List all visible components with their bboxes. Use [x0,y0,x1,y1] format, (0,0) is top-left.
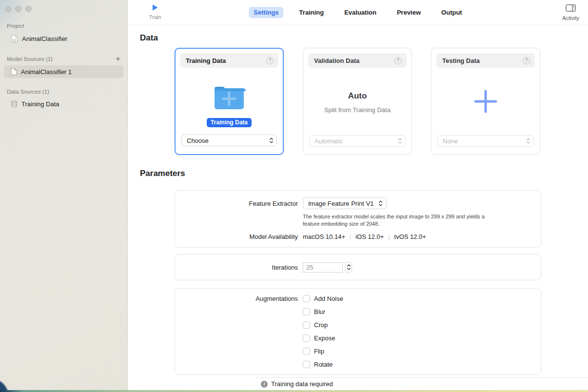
activity-button[interactable]: Activity [562,4,579,21]
testing-data-dropdown[interactable]: None [437,135,534,147]
feature-extractor-panel: Feature Extractor Image Feature Print V1… [175,190,541,248]
training-data-card[interactable]: Training Data ? Training Data [175,48,284,155]
train-button-label: Train [146,14,164,20]
chevron-up-down-icon [269,137,274,144]
augmentations-label: Augmentations [175,295,298,302]
blue-folder-add-icon [213,84,246,111]
tab-evaluation[interactable]: Evaluation [339,7,381,18]
sidebar-header-label: Model Sources (1) [7,56,53,62]
zoom-button[interactable] [25,6,32,12]
separator: | [388,234,390,240]
sidebar-item-animalclassifier[interactable]: ML AnimalClassifier [4,32,123,45]
dropdown-value: Automatic [314,137,343,145]
sidebar-item-animalclassifier-1[interactable]: AnimalClassifier 1 [4,65,123,78]
checkbox-label: Flip [314,348,324,355]
flip-checkbox[interactable] [303,348,310,355]
sidebar-section-data-sources: Data Sources (1) [0,89,127,95]
augmentation-option-rotate[interactable]: Rotate [303,361,333,368]
tab-preview[interactable]: Preview [392,7,426,18]
augmentation-option-flip[interactable]: Flip [303,348,324,355]
add-noise-checkbox[interactable] [303,295,310,302]
validation-data-card-header: Validation Data ? [308,53,407,68]
activity-button-label: Activity [562,15,579,21]
augmentations-panel: Augmentations Add Noise Blur Crop [175,288,541,375]
parameters-section-title: Parameters [140,169,588,178]
testing-data-card-header: Testing Data ? [436,53,535,68]
model-availability-values: macOS 10.14+ | iOS 12.0+ | tvOS 12.0+ [303,233,426,240]
validation-auto-info: Auto Split from Training Data [303,91,412,114]
main-content: Train Settings Training Evaluation Previ… [128,0,588,392]
checkbox-label: Crop [314,321,328,329]
checkbox-label: Blur [314,308,325,315]
database-icon [11,100,18,108]
augmentation-option-add-noise[interactable]: Add Noise [303,295,343,302]
training-data-dropdown[interactable]: Choose [181,135,277,146]
help-icon[interactable]: ? [394,57,402,64]
sidebar-item-training-data[interactable]: Training Data [4,98,123,110]
model-availability-label: Model Availability [175,233,298,240]
status-bar: i Training data required [255,377,588,390]
info-icon: i [261,381,268,388]
sidebar-header-label: Data Sources (1) [7,89,49,95]
dropdown-value: Image Feature Print V1 [308,200,373,207]
toolbar: Train Settings Training Evaluation Previ… [128,0,588,25]
iterations-input[interactable]: 25 [303,262,343,273]
checkbox-label: Rotate [314,361,333,368]
tab-training[interactable]: Training [294,7,329,18]
dropdown-value: Choose [187,137,209,144]
iterations-panel: Iterations 25 [175,254,541,280]
add-model-source-button[interactable]: + [116,57,120,61]
chevron-up-down-icon [526,137,530,144]
card-title: Testing Data [442,57,480,64]
validation-auto-subtitle: Split from Training Data [303,106,412,114]
tab-output[interactable]: Output [436,7,467,18]
expose-checkbox[interactable] [303,334,310,342]
add-plus-icon [473,89,498,114]
tab-settings[interactable]: Settings [249,7,283,18]
traffic-lights [0,0,127,12]
validation-data-card[interactable]: Validation Data ? Auto Split from Traini… [303,48,412,155]
settings-pane: Data Training Data ? [128,25,588,377]
availability-macos: macOS 10.14+ [303,233,345,240]
data-section-title: Data [140,33,588,43]
sidebar: Project ML AnimalClassifier Model Source… [0,0,128,392]
status-message: Training data required [271,380,333,388]
augmentation-option-expose[interactable]: Expose [303,334,335,342]
validation-auto-title: Auto [303,91,412,101]
chevron-up-down-icon [378,200,383,207]
card-title: Validation Data [314,57,359,64]
iterations-stepper[interactable] [345,262,352,273]
availability-ios: iOS 12.0+ [355,233,384,240]
sidebar-item-label: Training Data [21,100,59,108]
dropdown-value: None [443,137,458,145]
testing-data-drop-target[interactable] [431,89,540,114]
training-data-drop-target[interactable]: Training Data [176,84,283,127]
train-button[interactable]: Train [146,4,164,20]
data-cards: Training Data ? Training Data [175,48,588,155]
validation-data-dropdown[interactable]: Automatic [309,135,406,147]
feature-extractor-description: The feature extractor model scales the i… [303,213,497,227]
close-button[interactable] [5,6,11,12]
iterations-label: Iterations [175,264,298,271]
blur-checkbox[interactable] [303,308,310,315]
augmentation-option-blur[interactable]: Blur [303,308,325,315]
augmentation-option-crop[interactable]: Crop [303,321,328,329]
crop-checkbox[interactable] [303,321,310,329]
training-data-card-header: Training Data ? [180,53,278,68]
availability-tvos: tvOS 12.0+ [394,233,426,240]
minimize-button[interactable] [15,6,21,12]
checkbox-label: Add Noise [314,295,343,302]
help-icon[interactable]: ? [523,57,530,64]
rotate-checkbox[interactable] [303,361,310,368]
checkbox-label: Expose [314,334,335,342]
card-title: Training Data [186,57,226,64]
feature-extractor-dropdown[interactable]: Image Feature Print V1 [303,197,387,209]
desktop-wallpaper-edge [0,390,588,392]
create-ml-window: Project ML AnimalClassifier Model Source… [0,0,588,392]
feature-extractor-label: Feature Extractor [175,200,298,207]
testing-data-card[interactable]: Testing Data ? None [431,48,540,155]
help-icon[interactable]: ? [266,57,274,64]
document-icon [11,68,17,76]
sidebar-section-model-sources: Model Sources (1) + [0,56,127,62]
ml-document-icon: ML [11,35,18,43]
